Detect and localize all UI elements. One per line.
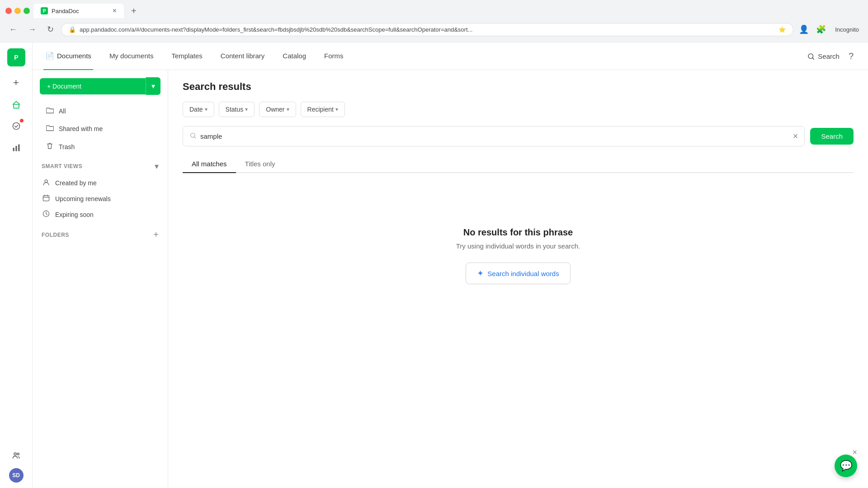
folders-header: FOLDERS + [33, 222, 168, 244]
search-tabs-row: All matches Titles only [183, 155, 854, 173]
search-individual-label: Search individual words [487, 270, 559, 277]
browser-maximize-btn[interactable] [24, 8, 30, 14]
incognito-label: Incognito [831, 24, 863, 35]
user-avatar[interactable]: SD [9, 468, 24, 483]
browser-extensions-btn[interactable]: 🧩 [814, 23, 828, 36]
new-doc-label: + Document [47, 83, 81, 90]
search-results-area: Search results Date ▾ Status ▾ Owner ▾ [168, 70, 868, 488]
expiring-soon-label: Expiring soon [55, 211, 94, 218]
nav-tab-templates[interactable]: Templates [170, 43, 204, 70]
browser-titlebar: P PandaDoc × + [0, 0, 868, 18]
sidebar-item-shared[interactable]: Shared with me [36, 120, 164, 137]
icon-sidebar: P + SD [0, 43, 33, 488]
owner-chevron-icon: ▾ [287, 106, 289, 113]
browser-tab-title: PandaDoc [52, 8, 109, 14]
browser-close-btn[interactable] [5, 8, 12, 14]
nav-tab-my-documents[interactable]: My documents [108, 43, 156, 70]
date-filter-btn[interactable]: Date ▾ [183, 102, 214, 117]
nav-tab-catalog[interactable]: Catalog [281, 43, 308, 70]
date-chevron-icon: ▾ [205, 106, 208, 113]
svg-point-7 [14, 453, 16, 455]
home-btn[interactable] [7, 95, 25, 113]
analytics-btn[interactable] [7, 139, 25, 157]
main-content: 📄 Documents My documents Templates Conte… [33, 43, 868, 488]
no-results-container: No results for this phrase Try using ind… [183, 191, 854, 320]
tasks-btn[interactable] [7, 117, 25, 135]
svg-rect-2 [14, 104, 19, 108]
sidebar-item-upcoming-renewals[interactable]: Upcoming renewals [33, 191, 168, 206]
nav-tab-documents[interactable]: 📄 Documents [43, 43, 93, 70]
tasks-badge [20, 119, 24, 122]
browser-tab[interactable]: P PandaDoc × [33, 4, 124, 18]
nav-tabs: 📄 Documents My documents Templates Conte… [43, 43, 802, 70]
search-input[interactable] [200, 132, 789, 140]
search-input-container: × [183, 126, 805, 146]
browser-new-tab-btn[interactable]: + [127, 4, 140, 18]
owner-filter-btn[interactable]: Owner ▾ [259, 102, 296, 117]
status-filter-btn[interactable]: Status ▾ [219, 102, 255, 117]
top-nav: 📄 Documents My documents Templates Conte… [33, 43, 868, 70]
nav-tab-content-library[interactable]: Content library [219, 43, 267, 70]
svg-point-8 [17, 453, 19, 455]
recipient-filter-btn[interactable]: Recipient ▾ [301, 102, 345, 117]
top-search-btn[interactable]: Search [802, 49, 845, 64]
all-label: All [59, 108, 66, 115]
sidebar-item-all[interactable]: All [36, 102, 164, 120]
browser-reload-btn[interactable]: ↻ [43, 23, 57, 36]
all-folder-icon [45, 107, 54, 115]
address-text: app.pandadoc.com/a/#/documents-next?disp… [80, 26, 775, 33]
search-clear-btn[interactable]: × [793, 131, 798, 141]
recipient-chevron-icon: ▾ [335, 106, 338, 113]
browser-chrome: P PandaDoc × + ← → ↻ 🔒 app.pandadoc.com/… [0, 0, 868, 43]
recipient-filter-label: Recipient [307, 106, 334, 113]
search-individual-words-btn[interactable]: ✦ Search individual words [466, 263, 570, 284]
chat-widget[interactable]: 💬 [835, 455, 857, 477]
svg-rect-11 [43, 196, 49, 201]
new-doc-dropdown-btn[interactable]: ▾ [146, 77, 160, 95]
browser-controls [5, 8, 30, 14]
date-filter-label: Date [189, 106, 203, 113]
no-results-title: No results for this phrase [463, 227, 573, 238]
search-results-title: Search results [183, 81, 854, 93]
add-btn[interactable]: + [7, 74, 25, 92]
trash-label: Trash [59, 143, 75, 150]
tab-titles-only[interactable]: Titles only [236, 155, 284, 173]
sparkle-icon: ✦ [477, 268, 484, 278]
status-chevron-icon: ▾ [245, 106, 248, 113]
smart-views-header[interactable]: SMART VIEWS ▾ [33, 156, 168, 175]
created-by-me-label: Created by me [55, 179, 97, 187]
add-folder-btn[interactable]: + [153, 230, 159, 240]
shared-folder-icon [45, 124, 54, 133]
sidebar: + Document ▾ All Shared with me [33, 70, 168, 488]
upcoming-renewals-icon [42, 194, 51, 203]
contacts-btn[interactable] [7, 446, 25, 465]
smart-views-label: SMART VIEWS [42, 163, 82, 169]
created-by-me-icon [42, 178, 51, 187]
search-go-btn[interactable]: Search [810, 128, 854, 145]
help-btn[interactable]: ? [845, 49, 857, 63]
browser-profile-btn[interactable]: 👤 [797, 23, 811, 36]
no-results-subtitle: Try using individual words in your searc… [456, 242, 580, 250]
tab-all-matches[interactable]: All matches [183, 155, 236, 173]
browser-tab-close-btn[interactable]: × [113, 7, 117, 14]
nav-tab-forms[interactable]: Forms [322, 43, 345, 70]
sidebar-item-expiring-soon[interactable]: Expiring soon [33, 206, 168, 222]
status-filter-label: Status [226, 106, 244, 113]
shared-label: Shared with me [59, 125, 103, 132]
new-document-btn[interactable]: + Document [40, 78, 146, 94]
browser-back-btn[interactable]: ← [5, 23, 21, 36]
smart-views-collapse-btn[interactable]: ▾ [155, 161, 159, 171]
browser-forward-btn[interactable]: → [24, 23, 40, 36]
chat-close-btn[interactable]: × [852, 448, 857, 457]
svg-rect-5 [15, 146, 17, 151]
address-bar[interactable]: 🔒 app.pandadoc.com/a/#/documents-next?di… [61, 23, 793, 36]
sidebar-item-created-by-me[interactable]: Created by me [33, 175, 168, 191]
pandadoc-logo[interactable]: P [7, 48, 25, 66]
folders-label: FOLDERS [42, 232, 69, 238]
svg-point-10 [45, 180, 47, 183]
sidebar-item-trash[interactable]: Trash [36, 137, 164, 156]
svg-point-3 [13, 123, 19, 130]
browser-minimize-btn[interactable] [14, 8, 21, 14]
app: P + SD 📄 Documents [0, 43, 868, 488]
content-area: + Document ▾ All Shared with me [33, 70, 868, 488]
